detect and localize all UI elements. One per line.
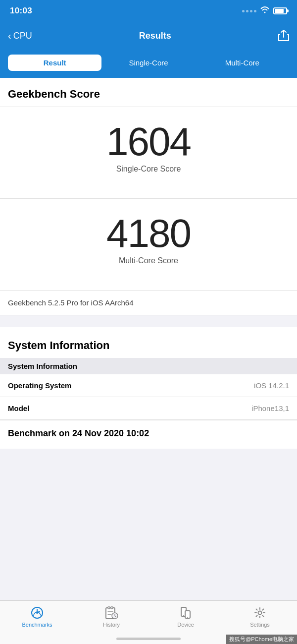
watermark: 搜狐号@PChome电脑之家 [226,635,297,644]
history-tab-label: History [103,622,120,628]
status-bar: 10:03 [0,0,297,22]
benchmarks-tab-label: Benchmarks [22,622,52,628]
tab-benchmarks[interactable]: Benchmarks [0,606,74,628]
system-info-table: System Information Operating System iOS … [0,358,297,420]
tab-result[interactable]: Result [8,55,101,71]
share-button[interactable] [278,30,289,42]
multi-core-score-section: 4180 Multi-Core Score [0,199,297,290]
multi-core-score: 4180 [106,214,191,253]
tab-device[interactable]: Device [148,606,223,628]
svg-point-10 [258,611,262,615]
settings-tab-label: Settings [250,622,270,628]
device-icon [179,606,193,620]
device-tab-label: Device [177,622,194,628]
tab-multi-core[interactable]: Multi-Core [196,55,289,71]
home-indicator [116,638,181,640]
segment-control: Result Single-Core Multi-Core [0,50,297,78]
single-core-score: 1604 [106,122,191,162]
page-title: Results [139,31,171,41]
benchmarks-icon [30,606,44,620]
tab-single-core[interactable]: Single-Core [101,55,195,71]
os-value: iOS 14.2.1 [254,381,289,390]
geekbench-score-title: Geekbench Score [0,78,297,107]
svg-rect-3 [108,607,110,609]
table-row: Operating System iOS 14.2.1 [0,374,297,397]
tab-settings[interactable]: Settings [223,606,297,628]
settings-icon [253,606,267,620]
table-row: Model iPhone13,1 [0,397,297,420]
back-button[interactable]: ‹ CPU [8,31,32,41]
tab-history[interactable]: History [74,606,148,628]
single-core-score-section: 1604 Single-Core Score [0,107,297,198]
wifi-icon [260,6,269,15]
system-info-group-header: System Information [0,358,297,374]
status-icons [242,6,287,15]
history-icon [104,606,118,620]
multi-core-score-label: Multi-Core Score [119,256,178,265]
nav-bar: ‹ CPU Results [0,22,297,50]
svg-point-9 [187,617,188,618]
system-info-title: System Information [0,327,297,358]
svg-rect-4 [111,607,113,609]
model-value: iPhone13,1 [251,404,289,412]
svg-point-7 [183,615,184,616]
os-key: Operating System [8,381,71,390]
battery-icon [273,7,287,14]
version-info: Geekbench 5.2.5 Pro for iOS AArch64 [0,291,297,315]
model-key: Model [8,404,29,412]
single-core-score-label: Single-Core Score [116,165,181,174]
status-time: 10:03 [10,6,32,16]
back-label: CPU [13,31,32,41]
signal-icon [242,10,256,12]
chevron-left-icon: ‹ [8,31,11,41]
benchmark-date: Benchmark on 24 Nov 2020 10:02 [0,420,297,449]
